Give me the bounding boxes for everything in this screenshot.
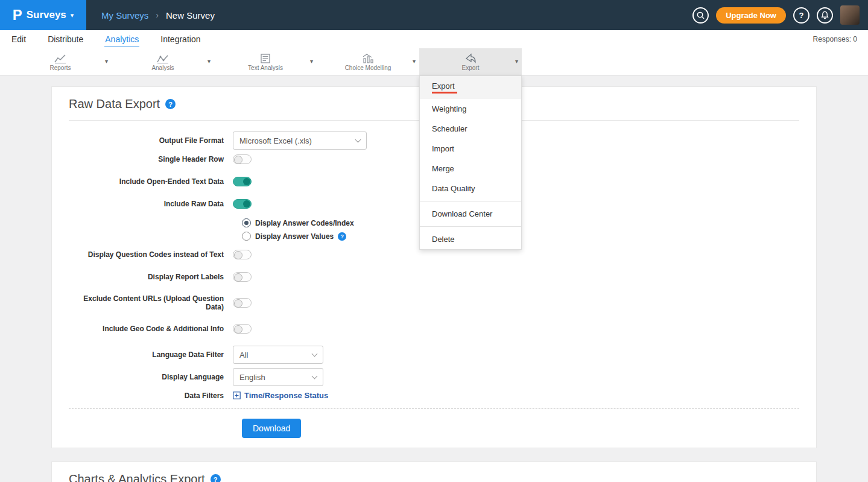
menu-item-delete[interactable]: Delete — [420, 229, 521, 249]
chevron-down-icon[interactable]: ▾ — [207, 58, 211, 65]
upgrade-now-button[interactable]: Upgrade Now — [716, 7, 786, 24]
language-filter-select[interactable]: All — [233, 346, 323, 364]
chevron-down-icon: ▾ — [71, 11, 74, 19]
field-label: Include Open-Ended Text Data — [69, 177, 233, 186]
toolbar-item-label: Analysis — [151, 65, 174, 71]
breadcrumb-separator-icon: › — [156, 10, 159, 20]
menu-item-label: Export — [432, 81, 455, 90]
notifications-bell-icon[interactable] — [817, 7, 833, 24]
download-button[interactable]: Download — [242, 419, 301, 438]
menu-item-download-center[interactable]: Download Center — [420, 204, 521, 224]
chevron-down-icon — [355, 136, 361, 142]
toolbar-item-text-analysis[interactable]: Text Analysis ▾ — [214, 48, 317, 75]
menu-item-weighting[interactable]: Weighting — [420, 99, 521, 119]
menu-divider — [420, 201, 521, 201]
chevron-down-icon[interactable]: ▾ — [515, 58, 518, 65]
display-language-select[interactable]: English — [233, 368, 323, 386]
top-bar: P Surveys ▾ My Surveys › New Survey Upgr… — [0, 0, 868, 30]
field-label: Display Report Labels — [69, 273, 233, 281]
menu-item-data-quality[interactable]: Data Quality — [420, 179, 521, 198]
toolbar-item-export[interactable]: Export ▾ — [419, 48, 522, 75]
tab-integration[interactable]: Integration — [160, 33, 201, 46]
toolbar-item-label: Export — [462, 65, 480, 71]
toolbar-item-analysis[interactable]: Analysis ▾ — [112, 48, 214, 75]
field-label: Display Language — [69, 373, 233, 381]
charts-analytics-export-card: Charts & Analytics Export ? — [51, 461, 817, 482]
chevron-down-icon[interactable]: ▾ — [413, 58, 416, 65]
breadcrumb: My Surveys › New Survey — [101, 10, 215, 21]
answer-codes-radio[interactable] — [242, 218, 251, 227]
chevron-down-icon — [312, 350, 318, 357]
product-name: Surveys — [27, 9, 66, 21]
analytics-toolbar: Reports ▾ Analysis ▾ Text Analysis ▾ Cho… — [0, 48, 868, 75]
tab-distribute[interactable]: Distribute — [47, 33, 84, 46]
brand-icon: P — [13, 7, 22, 24]
menu-item-merge[interactable]: Merge — [420, 159, 521, 179]
analysis-icon — [156, 52, 169, 64]
export-dropdown-menu: Export Weighting Scheduler Import Merge … — [419, 75, 522, 250]
chevron-down-icon — [312, 373, 318, 379]
page-title: Raw Data Export — [69, 97, 160, 111]
reports-icon — [54, 52, 67, 64]
text-analysis-icon — [259, 52, 271, 64]
link-label: Time/Response Status — [244, 391, 328, 400]
single-header-toggle[interactable] — [233, 154, 252, 164]
toolbar-item-label: Choice Modelling — [345, 65, 391, 71]
download-row: Download — [69, 409, 799, 448]
breadcrumb-my-surveys[interactable]: My Surveys — [101, 10, 148, 21]
choice-modelling-icon — [361, 52, 375, 64]
form-row-report-labels: Display Report Labels — [69, 272, 799, 282]
question-codes-toggle[interactable] — [233, 250, 252, 259]
geo-code-toggle[interactable] — [233, 324, 252, 334]
open-ended-toggle[interactable] — [233, 177, 252, 186]
app-logo[interactable]: P Surveys ▾ — [0, 0, 86, 30]
form-row-geo-code: Include Geo Code & Additional Info — [69, 324, 799, 334]
menu-divider — [420, 226, 521, 227]
field-label: Include Geo Code & Additional Info — [69, 325, 233, 333]
tab-edit[interactable]: Edit — [11, 33, 27, 46]
form-row-language-filter: Language Data Filter All — [69, 346, 799, 364]
help-icon[interactable]: ? — [793, 7, 809, 24]
section-title: Charts & Analytics Export — [69, 472, 205, 482]
select-value: English — [239, 373, 265, 382]
user-avatar[interactable] — [840, 5, 860, 25]
help-icon[interactable]: ? — [338, 232, 346, 241]
raw-data-toggle[interactable] — [233, 199, 252, 209]
answer-values-radio[interactable] — [242, 232, 251, 241]
toolbar-item-reports[interactable]: Reports ▾ — [9, 48, 112, 75]
field-label: Language Data Filter — [69, 350, 233, 359]
field-label: Display Question Codes instead of Text — [69, 250, 233, 259]
search-icon[interactable] — [692, 7, 709, 24]
form-row-question-codes: Display Question Codes instead of Text — [69, 250, 799, 259]
chevron-down-icon[interactable]: ▾ — [310, 58, 313, 65]
active-item-underline — [432, 92, 457, 94]
select-value: Microsoft Excel (.xls) — [239, 136, 312, 145]
toolbar-item-choice-modelling[interactable]: Choice Modelling ▾ — [317, 48, 419, 75]
export-icon — [464, 52, 477, 64]
plus-square-icon — [233, 392, 241, 399]
radio-label: Display Answer Values — [255, 232, 334, 241]
form-row-data-filters: Data Filters Time/Response Status — [69, 391, 799, 400]
field-label: Output File Format — [69, 136, 233, 145]
time-response-status-link[interactable]: Time/Response Status — [233, 391, 328, 400]
help-icon[interactable]: ? — [165, 99, 176, 109]
chevron-down-icon[interactable]: ▾ — [105, 58, 108, 65]
toolbar-item-label: Reports — [49, 65, 71, 71]
card-header: Charts & Analytics Export ? — [69, 462, 799, 482]
form-row-display-language: Display Language English — [69, 368, 799, 386]
exclude-urls-toggle[interactable] — [233, 298, 252, 308]
output-format-select[interactable]: Microsoft Excel (.xls) — [233, 132, 367, 150]
radio-label: Display Answer Codes/Index — [255, 219, 354, 227]
responses-count: Responses: 0 — [813, 35, 857, 43]
menu-item-export[interactable]: Export — [420, 76, 521, 99]
menu-item-import[interactable]: Import — [420, 139, 521, 159]
tab-analytics[interactable]: Analytics — [104, 33, 139, 46]
menu-item-scheduler[interactable]: Scheduler — [420, 119, 521, 139]
field-label: Include Raw Data — [69, 200, 233, 208]
help-icon[interactable]: ? — [211, 474, 221, 482]
field-label: Exclude Content URLs (Upload Question Da… — [69, 294, 233, 311]
select-value: All — [239, 350, 248, 360]
breadcrumb-current: New Survey — [166, 10, 215, 21]
report-labels-toggle[interactable] — [233, 272, 252, 282]
field-label: Data Filters — [69, 392, 233, 400]
